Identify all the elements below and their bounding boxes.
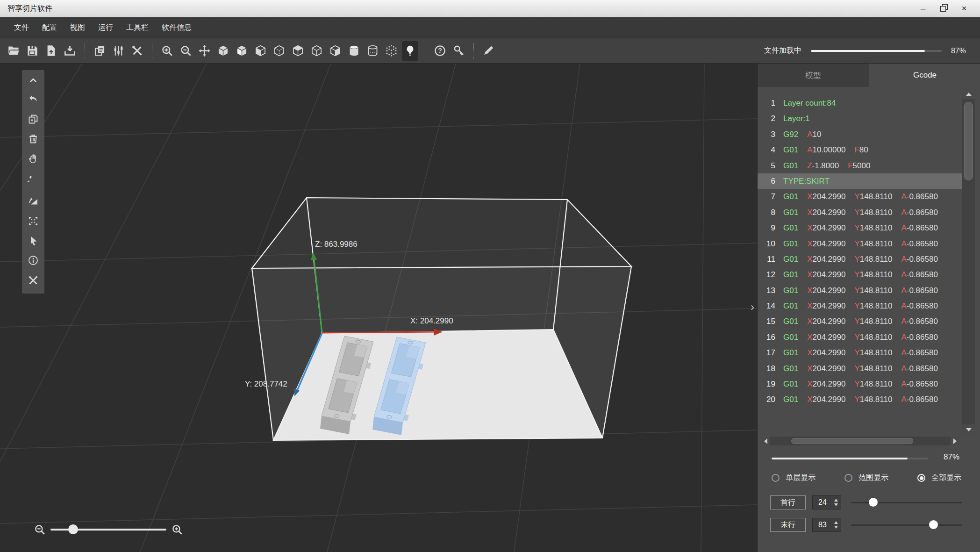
open-file-button[interactable]	[6, 41, 22, 61]
scroll-left-button[interactable]	[761, 437, 770, 445]
gcode-line[interactable]: 11G01X204.2990Y148.8110A-0.86580	[758, 251, 962, 267]
gcode-line[interactable]: 9G01X204.2990Y148.8110A-0.86580	[758, 220, 962, 236]
gcode-horizontal-scrollbar[interactable]	[761, 437, 959, 445]
view-face-button[interactable]	[234, 41, 250, 61]
view-wire-left-button[interactable]	[252, 41, 269, 61]
view-points-button[interactable]	[383, 41, 400, 61]
build-volume-scene[interactable]: X: 204.2990 Y: 208.7742 Z: 863.9986	[0, 64, 757, 552]
menu-run[interactable]: 运行	[98, 23, 113, 33]
last-line-button[interactable]: 末行	[770, 518, 806, 532]
mode-single-layer[interactable]: 单层显示	[772, 473, 815, 483]
view-half-button[interactable]	[327, 41, 343, 61]
view-frame-button[interactable]	[308, 41, 325, 61]
last-line-slider-thumb[interactable]	[929, 520, 938, 529]
gcode-line[interactable]: 14G01X204.2990Y148.8110A-0.86580	[758, 298, 962, 314]
gcode-line[interactable]: 3G92A10	[758, 127, 962, 142]
pan-button[interactable]	[26, 152, 40, 166]
radio-icon[interactable]	[917, 474, 925, 482]
spinner-arrows-icon[interactable]	[834, 521, 838, 529]
gcode-line[interactable]: 13G01X204.2990Y148.8110A-0.86580	[758, 283, 962, 298]
export-gcode-button[interactable]	[62, 41, 78, 61]
gcode-line[interactable]: 15G01X204.2990Y148.8110A-0.86580	[758, 314, 962, 329]
minimize-button[interactable]: –	[915, 2, 931, 15]
gcode-line[interactable]: 12G01X204.2990Y148.8110A-0.86580	[758, 267, 962, 282]
first-line-button[interactable]: 首行	[770, 495, 806, 509]
gcode-line[interactable]: 5G01Z-1.8000F5000	[758, 158, 962, 173]
gcode-line[interactable]: 10G01X204.2990Y148.8110A-0.86580	[758, 236, 962, 251]
copy-plate-button[interactable]	[92, 41, 108, 61]
license-key-button[interactable]	[451, 41, 467, 61]
zoom-out-mag-icon[interactable]	[34, 523, 46, 536]
help-button[interactable]: ?	[432, 41, 448, 61]
import-model-button[interactable]	[43, 41, 59, 61]
menu-config[interactable]: 配置	[42, 23, 57, 33]
undo-button[interactable]	[26, 92, 40, 106]
move-view-button[interactable]	[196, 41, 213, 61]
gcode-line[interactable]: 18G01X204.2990Y148.8110A-0.86580	[758, 361, 962, 376]
first-line-slider[interactable]	[851, 495, 962, 509]
rotate-view-button[interactable]	[26, 174, 40, 188]
panel-collapse-button[interactable]: ›	[748, 300, 757, 315]
menu-software-info[interactable]: 软件信息	[162, 23, 192, 33]
vertical-scroll-thumb[interactable]	[964, 102, 973, 180]
gcode-line[interactable]: 1Layer count:84	[758, 95, 962, 111]
gcode-line[interactable]: 2Layer:1	[758, 111, 962, 126]
fit-view-button[interactable]	[26, 214, 40, 228]
view-top-button[interactable]	[290, 41, 306, 61]
gcode-line[interactable]: 20G01X204.2990Y148.8110A-0.86580	[758, 392, 962, 407]
machine-tools-button[interactable]	[129, 41, 145, 61]
duplicate-model-button[interactable]	[26, 112, 40, 126]
light-toggle-button[interactable]	[402, 41, 418, 61]
first-line-slider-track[interactable]	[851, 502, 962, 503]
gcode-list[interactable]: 1Layer count:842Layer:13G92A104G01A10.00…	[758, 89, 962, 435]
first-line-spinner[interactable]: 24	[812, 495, 841, 509]
parameters-button[interactable]	[110, 41, 127, 61]
viewport-3d[interactable]: X: 204.2990 Y: 208.7742 Z: 863.9986 ›	[0, 64, 757, 552]
model-info-button[interactable]	[26, 253, 40, 267]
repair-tools-button[interactable]	[26, 273, 40, 287]
zoom-out-button[interactable]	[178, 41, 194, 61]
toolbar-collapse-button[interactable]	[26, 73, 40, 87]
menu-file[interactable]: 文件	[14, 23, 29, 33]
annotate-button[interactable]	[480, 41, 497, 61]
gcode-line[interactable]: 16G01X204.2990Y148.8110A-0.86580	[758, 330, 962, 345]
gcode-line[interactable]: 6TYPE:SKIRT	[758, 173, 962, 189]
rotate-model-button[interactable]	[26, 194, 40, 208]
gcode-token-group: A-0.86580	[901, 255, 937, 264]
viewport-zoom-thumb[interactable]	[68, 524, 78, 534]
horizontal-scroll-thumb[interactable]	[791, 438, 913, 444]
restore-button[interactable]	[935, 2, 952, 15]
select-button[interactable]	[26, 234, 40, 248]
tab-gcode[interactable]: Gcode	[869, 64, 980, 87]
last-line-slider[interactable]	[851, 518, 962, 532]
gcode-line[interactable]: 19G01X204.2990Y148.8110A-0.86580	[758, 376, 962, 392]
radio-icon[interactable]	[844, 474, 852, 482]
delete-model-button[interactable]	[26, 132, 40, 146]
gcode-line[interactable]: 4G01A10.00000F80	[758, 142, 962, 158]
radio-icon[interactable]	[772, 474, 780, 482]
view-cylinder-wire-button[interactable]	[365, 41, 381, 61]
zoom-in-button[interactable]	[159, 41, 175, 61]
gcode-line[interactable]: 17G01X204.2990Y148.8110A-0.86580	[758, 345, 962, 360]
zoom-in-mag-icon[interactable]	[171, 523, 183, 536]
mode-range[interactable]: 范围显示	[844, 473, 888, 483]
gcode-line[interactable]: 8G01X204.2990Y148.8110A-0.86580	[758, 205, 962, 220]
first-line-slider-thumb[interactable]	[869, 498, 878, 507]
scroll-down-button[interactable]	[962, 424, 975, 435]
gcode-line[interactable]: 7G01X204.2990Y148.8110A-0.86580	[758, 189, 962, 204]
view-solid-button[interactable]	[215, 41, 231, 61]
menu-view[interactable]: 视图	[70, 23, 85, 33]
tab-model[interactable]: 模型	[758, 64, 869, 87]
close-button[interactable]: ×	[956, 2, 973, 15]
scroll-right-button[interactable]	[951, 437, 959, 445]
last-line-slider-track[interactable]	[851, 524, 962, 526]
gcode-vertical-scrollbar[interactable]	[962, 89, 975, 435]
spinner-arrows-icon[interactable]	[834, 499, 838, 506]
last-line-spinner[interactable]: 83	[812, 518, 841, 532]
view-wire-button[interactable]	[271, 41, 287, 61]
view-cylinder-button[interactable]	[346, 41, 362, 61]
scroll-up-button[interactable]	[962, 89, 975, 99]
mode-all[interactable]: 全部显示	[917, 473, 961, 483]
save-button[interactable]	[24, 41, 41, 61]
menu-toolbar[interactable]: 工具栏	[126, 23, 149, 33]
